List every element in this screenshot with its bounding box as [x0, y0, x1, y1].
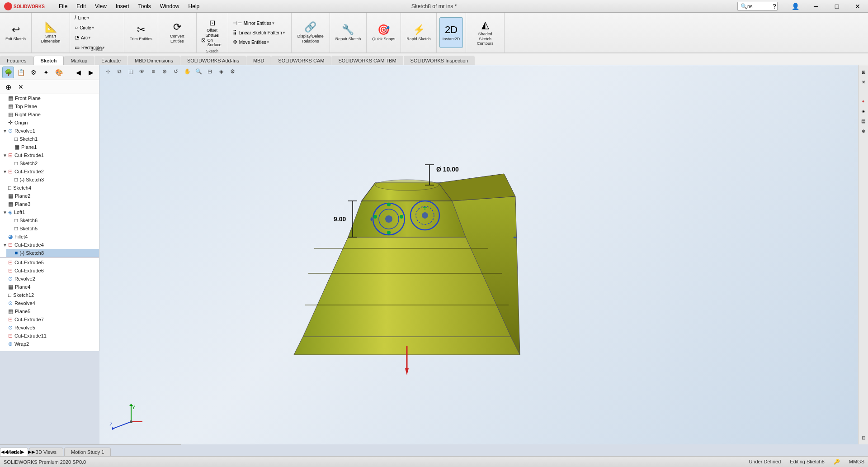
exit-sketch-btn[interactable]: ↩ Exit Sketch — [3, 17, 28, 48]
tab-evaluate[interactable]: Evaluate — [94, 56, 127, 65]
menu-window[interactable]: Window — [156, 1, 184, 11]
convert-entities-btn[interactable]: ⟳ Convert Entities — [161, 17, 193, 48]
minimize-btn[interactable]: ─ — [806, 0, 826, 13]
circle-tool-btn[interactable]: ○ Circle ▼ — [73, 23, 121, 32]
quick-snaps-btn[interactable]: 🎯 Quick Snaps — [369, 17, 398, 48]
tab-back-btn[interactable]: ◀ — [9, 447, 18, 456]
rp-btn-2[interactable]: ✕ — [859, 78, 868, 86]
tree-sketch12[interactable]: □ Sketch12 — [0, 291, 99, 299]
rp-btn-bottom[interactable]: ⊡ — [859, 434, 868, 442]
property-tab[interactable]: 📋 — [15, 67, 27, 78]
tree-cut-extrude5[interactable]: ⊟ Cut-Extrude5 — [0, 258, 99, 267]
filter-icon[interactable]: ⊕ — [2, 81, 14, 93]
view-snap-btn[interactable]: ⊕ — [160, 67, 170, 76]
view-settings-btn[interactable]: ⚙ — [227, 67, 237, 76]
tab-solidworks-addins[interactable]: SOLIDWORKS Add-Ins — [180, 56, 246, 65]
rp-color-btn[interactable]: ● — [859, 97, 868, 105]
tab-solidworks-inspection[interactable]: SOLIDWORKS Inspection — [404, 56, 475, 65]
menu-view[interactable]: View — [90, 1, 111, 11]
tab-prev-btn[interactable]: ◀◀ — [0, 447, 9, 456]
tree-revolve2[interactable]: ⊙ Revolve2 — [0, 275, 99, 283]
linear-pattern-btn[interactable]: ⣿ Linear Sketch Pattern ▼ — [231, 28, 288, 37]
line-tool-btn[interactable]: / Line ▼ — [73, 13, 121, 22]
display-relations-btn[interactable]: 🔗 Display/Delete Relations — [294, 17, 327, 48]
menu-edit[interactable]: Edit — [72, 1, 90, 11]
tree-sketch3[interactable]: □ (-) Sketch3 — [6, 176, 99, 184]
tree-sketch2[interactable]: □ Sketch2 — [6, 159, 99, 167]
tree-cut-extrude11[interactable]: ⊟ Cut-Extrude11 — [0, 332, 99, 340]
tree-plane4[interactable]: ▦ Plane4 — [0, 283, 99, 291]
menu-help[interactable]: Help — [184, 1, 204, 11]
tree-cut-extrude4[interactable]: ▼ ⊟ Cut-Extrude4 — [0, 241, 99, 249]
view-rotate-btn[interactable]: ↺ — [171, 67, 181, 76]
tab-next-btn[interactable]: ▶▶ — [27, 447, 36, 456]
tree-cut-extrude6[interactable]: ⊟ Cut-Extrude6 — [0, 267, 99, 275]
offset-surface-btn[interactable]: ⊠ Offset On Surface — [199, 36, 225, 45]
next-arrow[interactable]: ▶ — [85, 67, 97, 78]
tab-markup[interactable]: Markup — [64, 56, 94, 65]
menu-tools[interactable]: Tools — [134, 1, 156, 11]
tab-fwd-btn[interactable]: ▶ — [18, 447, 27, 456]
rp-btn-4[interactable]: ▤ — [859, 117, 868, 125]
tree-sketch5[interactable]: □ Sketch5 — [6, 224, 99, 233]
tree-revolve1[interactable]: ▼ ⊙ Revolve1 — [0, 127, 99, 135]
menu-insert[interactable]: Insert — [111, 1, 134, 11]
tree-revolve5[interactable]: ⊙ Revolve5 — [0, 324, 99, 332]
tab-features[interactable]: Features — [0, 56, 33, 65]
tree-plane2[interactable]: ▦ Plane2 — [0, 192, 99, 200]
dxf-tab[interactable]: ✦ — [40, 67, 52, 78]
help-icon[interactable]: ? — [764, 0, 785, 13]
rapid-sketch-btn[interactable]: ⚡ Rapid Sketch — [404, 17, 434, 48]
tree-front-plane[interactable]: ▦ Front Plane — [0, 94, 99, 102]
menu-file[interactable]: File — [54, 1, 72, 11]
tab-motion-study[interactable]: Motion Study 1 — [64, 448, 111, 456]
tab-solidworks-cam[interactable]: SOLIDWORKS CAM — [271, 56, 331, 65]
config-tab[interactable]: ⚙ — [28, 67, 39, 78]
trim-entities-btn[interactable]: ✂ Trim Entities — [127, 17, 155, 48]
tab-sketch[interactable]: Sketch — [33, 56, 63, 65]
rp-btn-3[interactable]: ◈ — [859, 107, 868, 115]
viewport[interactable]: + + Ø 10.00 9.00 Z Y — [99, 65, 868, 444]
smart-dimension-btn[interactable]: 📐 Smart Dimension — [34, 17, 67, 48]
tree-sketch8-active[interactable]: ■ (-) Sketch8 — [6, 249, 99, 257]
repair-sketch-btn[interactable]: 🔧 Repair Sketch — [333, 17, 364, 48]
tree-plane3[interactable]: ▦ Plane3 — [0, 200, 99, 208]
tree-sketch4[interactable]: □ Sketch4 — [0, 184, 99, 192]
tree-top-plane[interactable]: ▦ Top Plane — [0, 102, 99, 110]
instant2d-btn[interactable]: 2D Instant2D — [439, 17, 463, 48]
tree-plane1[interactable]: ▦ Plane1 — [6, 143, 99, 151]
rp-btn-5[interactable]: ⊕ — [859, 127, 868, 135]
tab-solidworks-cam-tbm[interactable]: SOLIDWORKS CAM TBM — [331, 56, 403, 65]
view-filter-btn[interactable]: ≡ — [148, 67, 158, 76]
close-btn[interactable]: ✕ — [847, 0, 868, 13]
view-hide-btn[interactable]: 👁 — [137, 67, 147, 76]
tree-sketch6[interactable]: □ Sketch6 — [6, 216, 99, 224]
filter-clear[interactable]: ✕ — [15, 81, 27, 93]
feature-tree-tab[interactable]: 🌳 — [2, 67, 14, 78]
tree-wrap2[interactable]: ⊛ Wrap2 — [0, 340, 99, 348]
tab-mbd[interactable]: MBD — [246, 56, 271, 65]
view-display-btn[interactable]: ◫ — [126, 67, 136, 76]
tree-plane5[interactable]: ▦ Plane5 — [0, 307, 99, 315]
user-icon[interactable]: 👤 — [785, 0, 806, 13]
tab-mbd-dimensions[interactable]: MBD Dimensions — [128, 56, 180, 65]
view-render-btn[interactable]: ◈ — [216, 67, 226, 76]
view-fit-btn[interactable]: ⊟ — [205, 67, 215, 76]
appearance-tab[interactable]: 🎨 — [53, 67, 65, 78]
view-pan-btn[interactable]: ✋ — [182, 67, 192, 76]
maximize-btn[interactable]: □ — [826, 0, 847, 13]
tree-cut-extrude2[interactable]: ▼ ⊟ Cut-Extrude2 — [0, 167, 99, 176]
tree-loft1[interactable]: ▼ ◈ Loft1 — [0, 208, 99, 216]
tree-revolve4[interactable]: ⊙ Revolve4 — [0, 299, 99, 307]
arc-tool-btn[interactable]: ◔ Arc ▼ — [73, 33, 121, 42]
mirror-entities-btn[interactable]: ⊣⊢ Mirror Entities ▼ — [231, 19, 288, 28]
tree-sketch1[interactable]: □ Sketch1 — [6, 135, 99, 143]
view-zoom-btn[interactable]: 🔍 — [193, 67, 203, 76]
move-entities-btn[interactable]: ✥ Move Entities ▼ — [231, 38, 288, 47]
view-orient-btn[interactable]: ⊹ — [103, 67, 113, 76]
prev-arrow[interactable]: ◀ — [72, 67, 84, 78]
view-section-btn[interactable]: ⧉ — [114, 67, 124, 76]
tree-cut-extrude7[interactable]: ⊟ Cut-Extrude7 — [0, 315, 99, 324]
tree-right-plane[interactable]: ▦ Right Plane — [0, 110, 99, 119]
tree-origin[interactable]: ✛ Origin — [0, 119, 99, 127]
